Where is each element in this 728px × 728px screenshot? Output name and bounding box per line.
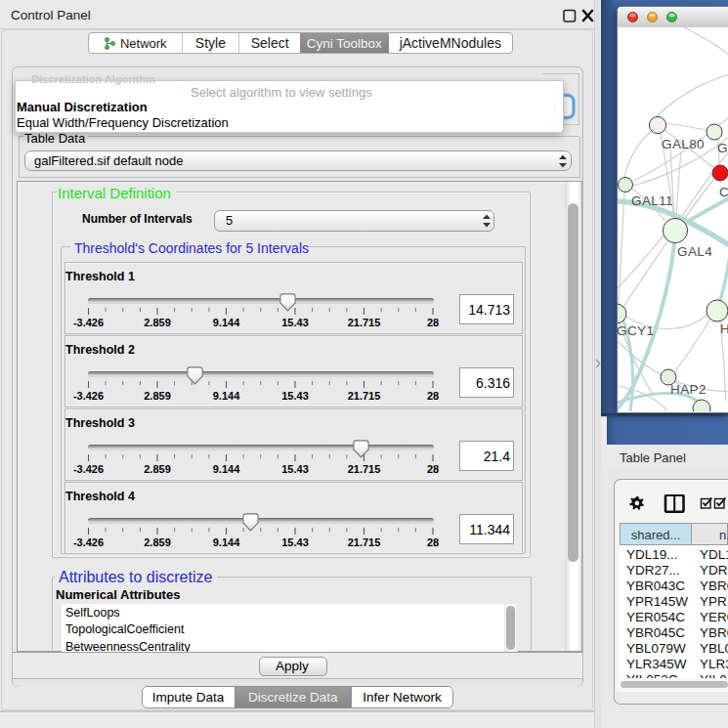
svg-text:GAL4: GAL4 (677, 244, 712, 259)
svg-text:GAL80: GAL80 (662, 137, 705, 151)
svg-text:GCY1: GCY1 (618, 323, 654, 338)
svg-text:HAP2: HAP2 (670, 382, 707, 397)
svg-text:GA: GA (717, 141, 728, 155)
svg-text:H: H (720, 321, 728, 336)
svg-text:C: C (719, 185, 728, 199)
svg-text:GAL11: GAL11 (631, 193, 673, 208)
